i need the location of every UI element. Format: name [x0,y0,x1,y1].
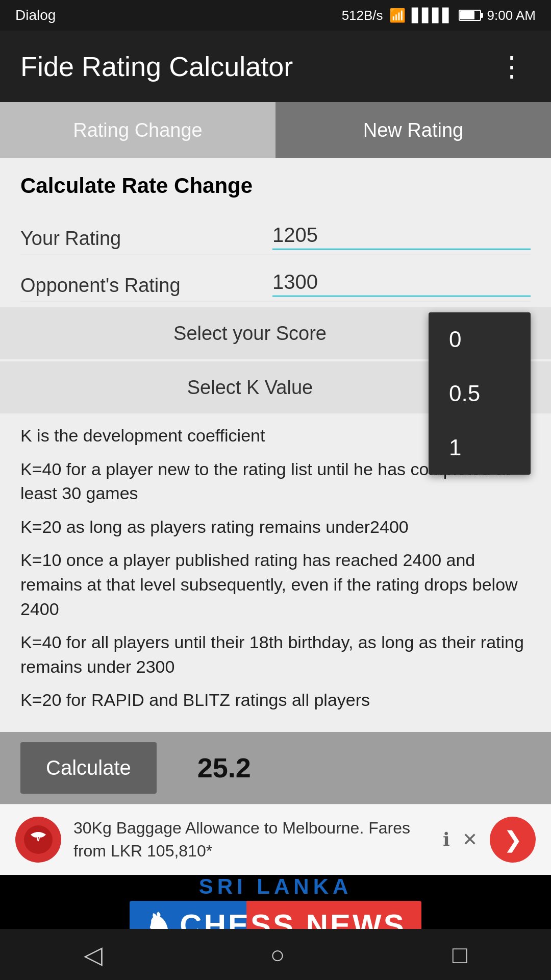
app-title: Fide Rating Calculator [20,51,293,82]
opponent-rating-row: Opponent's Rating [20,260,531,302]
main-content: Calculate Rate Change Your Rating Oppone… [0,158,551,804]
result-value: 25.2 [197,752,251,783]
home-button[interactable]: ○ [249,936,305,974]
ad-action-button[interactable]: ❯ [490,817,536,863]
calculate-bar: Calculate 25.2 [0,732,551,804]
dropdown-item-0-5[interactable]: 0.5 [429,366,531,421]
sri-lanka-text: SRI LANKA [130,875,421,899]
info-text-6: K=20 for RAPID and BLITZ ratings all pla… [20,688,531,713]
your-rating-input[interactable] [272,224,531,250]
tab-bar: Rating Change New Rating [0,102,551,158]
select-score-row: Select your Score 0 0.5 1 [0,307,551,359]
signal-icon: ▋▋▋▋ [412,8,453,23]
your-rating-label: Your Rating [20,228,272,250]
time: 9:00 AM [487,8,536,23]
battery-icon [459,10,481,21]
network-speed: 512B/s [342,8,383,23]
back-button[interactable]: ◁ [63,935,123,974]
app-bar: Fide Rating Calculator ⋮ [0,31,551,102]
more-menu-icon[interactable]: ⋮ [493,45,531,88]
ad-close-icon[interactable]: ✕ [462,829,478,850]
your-rating-row: Your Rating [20,213,531,255]
section-title: Calculate Rate Change [20,174,531,198]
ad-banner: 30Kg Baggage Allowance to Melbourne. Far… [0,804,551,875]
app-name: Dialog [15,7,56,23]
info-text-5: K=40 for all players until their 18th bi… [20,630,531,679]
recent-button[interactable]: □ [432,936,488,974]
info-text-4: K=10 once a player published rating has … [20,548,531,621]
tab-rating-change[interactable]: Rating Change [0,102,276,158]
select-k-label: Select K Value [20,377,480,399]
dropdown-item-0[interactable]: 0 [429,312,531,366]
opponent-rating-input[interactable] [272,271,531,297]
calculate-button[interactable]: Calculate [20,742,157,794]
score-dropdown-popup: 0 0.5 1 [429,312,531,475]
svg-point-0 [24,825,53,854]
select-score-label: Select your Score [20,323,480,345]
dropdown-item-1[interactable]: 1 [429,421,531,475]
wifi-icon: 📶 [389,8,406,23]
tab-new-rating[interactable]: New Rating [276,102,551,158]
opponent-rating-label: Opponent's Rating [20,275,272,297]
info-text-3: K=20 as long as players rating remains u… [20,515,531,540]
status-bar: Dialog 512B/s 📶 ▋▋▋▋ 9:00 AM [0,0,551,31]
status-right: 512B/s 📶 ▋▋▋▋ 9:00 AM [342,8,536,23]
nav-bar: ◁ ○ □ [0,929,551,980]
ad-text: 30Kg Baggage Allowance to Melbourne. Far… [73,817,431,863]
ad-info-icon[interactable]: ℹ [443,829,450,850]
ad-logo [15,817,61,863]
